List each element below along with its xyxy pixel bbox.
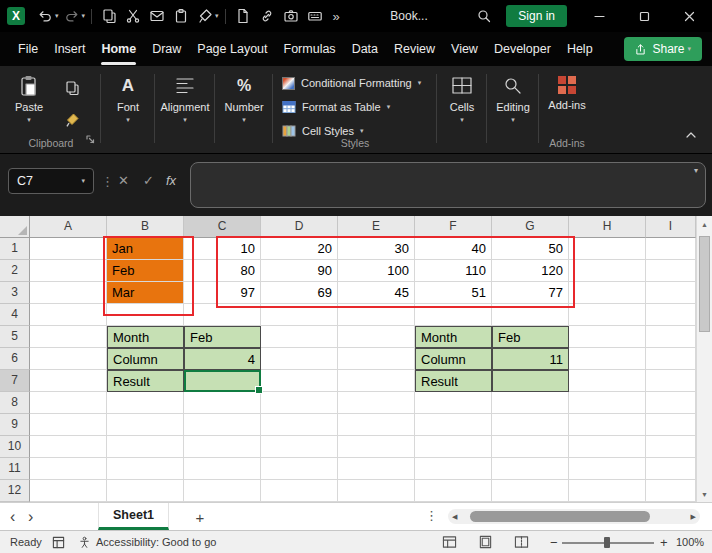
menu-tab-view[interactable]: View bbox=[443, 32, 486, 66]
cell-D7[interactable] bbox=[261, 370, 338, 392]
cell-D1[interactable]: 20 bbox=[261, 238, 338, 260]
cell-C9[interactable] bbox=[184, 414, 261, 436]
format-painter-button[interactable] bbox=[60, 108, 84, 132]
insert-function-button[interactable]: fx bbox=[166, 173, 176, 188]
cell-C3[interactable]: 97 bbox=[184, 282, 261, 304]
zoom-in-button[interactable]: + bbox=[660, 531, 668, 553]
cells-button[interactable]: Cells ▾ bbox=[440, 66, 484, 153]
row-header-8[interactable]: 8 bbox=[0, 392, 30, 414]
cell-B7[interactable]: Result bbox=[107, 370, 184, 392]
menu-tab-help[interactable]: Help bbox=[559, 32, 601, 66]
cell-D10[interactable] bbox=[261, 436, 338, 458]
cell-E2[interactable]: 100 bbox=[338, 260, 415, 282]
formula-input[interactable] bbox=[190, 162, 706, 208]
accessibility-status-label[interactable]: Accessibility: Good to go bbox=[96, 531, 216, 553]
cell-C6[interactable]: 4 bbox=[184, 348, 261, 370]
mail-button[interactable] bbox=[145, 3, 169, 29]
cell-B9[interactable] bbox=[107, 414, 184, 436]
font-button[interactable]: A Font ▾ bbox=[104, 66, 152, 153]
cell-I4[interactable] bbox=[646, 304, 696, 326]
column-header-E[interactable]: E bbox=[338, 216, 415, 238]
cell-H4[interactable] bbox=[569, 304, 646, 326]
tab-bar-more-button[interactable]: ⋮ bbox=[425, 508, 438, 523]
cell-B4[interactable] bbox=[107, 304, 184, 326]
vertical-scrollbar[interactable]: ▲ ▼ bbox=[696, 216, 712, 502]
zoom-level-label[interactable]: 100% bbox=[676, 531, 704, 553]
cell-H9[interactable] bbox=[569, 414, 646, 436]
cell-B6[interactable]: Column bbox=[107, 348, 184, 370]
row-header-2[interactable]: 2 bbox=[0, 260, 30, 282]
redo-button[interactable] bbox=[60, 3, 84, 29]
row-header-12[interactable]: 12 bbox=[0, 480, 30, 502]
cell-F11[interactable] bbox=[415, 458, 492, 480]
cell-I12[interactable] bbox=[646, 480, 696, 502]
column-header-H[interactable]: H bbox=[569, 216, 646, 238]
scroll-left-arrow[interactable]: ◀ bbox=[452, 510, 457, 523]
cell-F12[interactable] bbox=[415, 480, 492, 502]
scroll-up-arrow[interactable]: ▲ bbox=[697, 216, 712, 232]
cell-E1[interactable]: 30 bbox=[338, 238, 415, 260]
cell-B1[interactable]: Jan bbox=[107, 238, 184, 260]
cell-G3[interactable]: 77 bbox=[492, 282, 569, 304]
row-header-7[interactable]: 7 bbox=[0, 370, 30, 392]
cell-B12[interactable] bbox=[107, 480, 184, 502]
scroll-down-arrow[interactable]: ▼ bbox=[697, 486, 712, 502]
cell-B2[interactable]: Feb bbox=[107, 260, 184, 282]
cell-H5[interactable] bbox=[569, 326, 646, 348]
cell-F4[interactable] bbox=[415, 304, 492, 326]
cell-C8[interactable] bbox=[184, 392, 261, 414]
zoom-out-button[interactable]: − bbox=[550, 531, 558, 553]
cell-C5[interactable]: Feb bbox=[184, 326, 261, 348]
cell-C2[interactable]: 80 bbox=[184, 260, 261, 282]
zoom-slider-thumb[interactable] bbox=[604, 537, 610, 548]
cell-E8[interactable] bbox=[338, 392, 415, 414]
cell-E12[interactable] bbox=[338, 480, 415, 502]
row-header-4[interactable]: 4 bbox=[0, 304, 30, 326]
camera-button[interactable] bbox=[279, 3, 303, 29]
cell-H10[interactable] bbox=[569, 436, 646, 458]
horizontal-scroll-thumb[interactable] bbox=[470, 511, 650, 522]
page-break-preview-button[interactable] bbox=[514, 531, 529, 553]
previous-sheet-button[interactable]: ‹ bbox=[10, 503, 15, 530]
cell-I6[interactable] bbox=[646, 348, 696, 370]
menu-tab-insert[interactable]: Insert bbox=[46, 32, 93, 66]
cell-I1[interactable] bbox=[646, 238, 696, 260]
cell-I3[interactable] bbox=[646, 282, 696, 304]
search-button[interactable] bbox=[472, 3, 496, 29]
cell-A5[interactable] bbox=[30, 326, 107, 348]
cell-G9[interactable] bbox=[492, 414, 569, 436]
cell-F6[interactable]: Column bbox=[415, 348, 492, 370]
horizontal-scrollbar[interactable]: ◀ ▶ bbox=[448, 509, 700, 524]
cell-G11[interactable] bbox=[492, 458, 569, 480]
cell-D6[interactable] bbox=[261, 348, 338, 370]
cell-H8[interactable] bbox=[569, 392, 646, 414]
menu-tab-developer[interactable]: Developer bbox=[486, 32, 559, 66]
cell-A4[interactable] bbox=[30, 304, 107, 326]
cell-A2[interactable] bbox=[30, 260, 107, 282]
cell-H6[interactable] bbox=[569, 348, 646, 370]
cell-E3[interactable]: 45 bbox=[338, 282, 415, 304]
cell-C4[interactable] bbox=[184, 304, 261, 326]
cell-B8[interactable] bbox=[107, 392, 184, 414]
cell-E5[interactable] bbox=[338, 326, 415, 348]
cut-button[interactable] bbox=[121, 3, 145, 29]
menu-tab-file[interactable]: File bbox=[10, 32, 46, 66]
cell-D8[interactable] bbox=[261, 392, 338, 414]
number-button[interactable]: % Number ▾ bbox=[218, 66, 270, 153]
cell-A10[interactable] bbox=[30, 436, 107, 458]
cell-F7[interactable]: Result bbox=[415, 370, 492, 392]
cell-H12[interactable] bbox=[569, 480, 646, 502]
cell-C12[interactable] bbox=[184, 480, 261, 502]
cell-B3[interactable]: Mar bbox=[107, 282, 184, 304]
menu-tab-data[interactable]: Data bbox=[344, 32, 386, 66]
cell-B11[interactable] bbox=[107, 458, 184, 480]
cell-F2[interactable]: 110 bbox=[415, 260, 492, 282]
cell-F9[interactable] bbox=[415, 414, 492, 436]
row-header-10[interactable]: 10 bbox=[0, 436, 30, 458]
cell-C10[interactable] bbox=[184, 436, 261, 458]
formula-bar-expand-caret[interactable]: ▾ bbox=[694, 166, 698, 175]
normal-view-button[interactable] bbox=[442, 531, 457, 553]
cell-A11[interactable] bbox=[30, 458, 107, 480]
enter-entry-button[interactable]: ✓ bbox=[143, 173, 154, 188]
cell-F5[interactable]: Month bbox=[415, 326, 492, 348]
